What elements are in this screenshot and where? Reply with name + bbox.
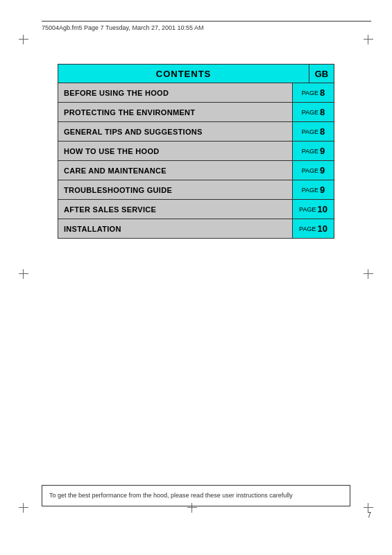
page-num: 9 [320,165,325,176]
page-word: PAGE [302,128,318,135]
contents-table: CONTENTS GB BEFORE USING THE HOODPAGE8PR… [58,64,334,239]
toc-page: PAGE9 [292,161,334,180]
page-word: PAGE [302,187,318,194]
page-word: PAGE [299,206,316,213]
page-word: PAGE [302,89,318,96]
toc-label: HOW TO USE THE HOOD [58,142,292,160]
toc-label: GENERAL TIPS AND SUGGESTIONS [58,122,292,141]
toc-label: TROUBLESHOOTING GUIDE [58,180,292,199]
page: 75004Agb.fm5 Page 7 Tuesday, March 27, 2… [0,0,392,555]
toc-page: PAGE10 [292,219,334,238]
toc-row: CARE AND MAINTENANCEPAGE9 [58,161,334,180]
toc-label: BEFORE USING THE HOOD [58,83,292,102]
toc-row: BEFORE USING THE HOODPAGE8 [58,83,334,103]
page-num: 10 [317,204,327,214]
page-num: 9 [320,185,325,195]
contents-header-row: CONTENTS GB [58,64,334,83]
toc-page: PAGE9 [292,180,334,199]
header-text: 75004Agb.fm5 Page 7 Tuesday, March 27, 2… [42,24,204,31]
page-word: PAGE [302,167,318,174]
page-word: PAGE [299,225,316,232]
toc-row: AFTER SALES SERVICEPAGE10 [58,200,334,219]
page-num: 10 [317,223,327,234]
toc-label: INSTALLATION [58,219,292,238]
cross-mark-bot-left [19,503,28,513]
toc-page: PAGE9 [292,142,334,160]
toc-page: PAGE8 [292,103,334,121]
toc-page: PAGE10 [292,200,334,219]
page-num: 9 [320,146,325,156]
toc-label: AFTER SALES SERVICE [58,200,292,219]
page-num: 8 [320,87,325,98]
toc-page: PAGE8 [292,83,334,102]
header-bar: 75004Agb.fm5 Page 7 Tuesday, March 27, 2… [42,21,371,31]
toc-row: INSTALLATIONPAGE10 [58,219,334,239]
toc-label: CARE AND MAINTENANCE [58,161,292,180]
cross-mark-top-right [364,35,373,44]
toc-row: HOW TO USE THE HOODPAGE9 [58,142,334,161]
contents-title: CONTENTS [58,65,309,83]
toc-row: GENERAL TIPS AND SUGGESTIONSPAGE8 [58,122,334,142]
page-number: 7 [367,511,371,519]
toc-label: PROTECTING THE ENVIRONMENT [58,103,292,121]
page-num: 8 [320,126,325,137]
page-word: PAGE [302,109,318,116]
toc-row: TROUBLESHOOTING GUIDEPAGE9 [58,180,334,200]
toc-rows-container: BEFORE USING THE HOODPAGE8PROTECTING THE… [58,83,334,239]
contents-gb-label: GB [309,65,334,83]
page-num: 8 [320,107,325,117]
toc-page: PAGE8 [292,122,334,141]
toc-row: PROTECTING THE ENVIRONMENTPAGE8 [58,103,334,122]
cross-mark-mid-left [19,269,28,279]
footer-note: To get the best performance from the hoo… [42,485,350,506]
cross-mark-mid-right [364,269,373,279]
page-word: PAGE [302,148,318,155]
cross-mark-top-left [19,35,28,44]
